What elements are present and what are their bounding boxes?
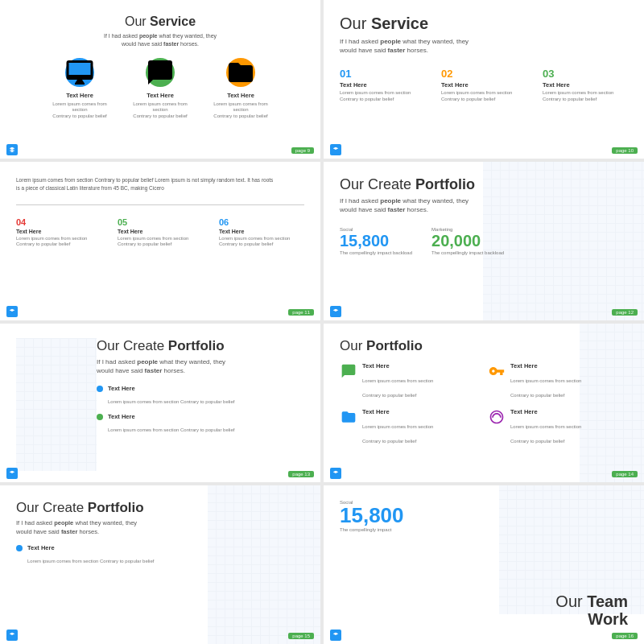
slide-1-icons-row: Text Here Lorem ipsum comes from section… (16, 58, 304, 120)
bullet-dot-green-1 (97, 414, 103, 420)
bullet-text-2: Text Here Lorem ipsum comes from section… (108, 413, 234, 435)
slide-5-bg-grid (16, 338, 97, 471)
stat-social-number: 15,800 (340, 233, 412, 249)
num-02: 02 (441, 68, 526, 80)
chat-icon-green (340, 362, 357, 380)
team-title: Our TeamWork (555, 592, 628, 628)
slide-1-title: Our Service (16, 14, 304, 29)
slide-6-grid: Text Here Lorem ipsum comes from section… (340, 362, 628, 446)
num-desc-03: Lorem ipsum comes from sectionContrary t… (543, 90, 628, 103)
slide-5-title: Our Create Portfolio (97, 338, 304, 354)
bullet-text-1: Text Here Lorem ipsum comes from section… (108, 385, 234, 407)
slide-7-bullets: Text Here Lorem ipsum comes from section… (16, 544, 193, 566)
slide-7-bg-grid (208, 485, 320, 644)
num-01: 01 (340, 68, 425, 80)
portfolio-text-2: Text Here Lorem ipsum comes from section… (510, 362, 581, 400)
icon-label-1: Text Here (66, 92, 93, 99)
portfolio-item-2: Text Here Lorem ipsum comes from section… (488, 362, 628, 400)
bullet-item-1: Text Here Lorem ipsum comes from section… (97, 385, 304, 407)
slide-4-title: Our Create Portfolio (340, 176, 628, 193)
slide-1-icon-2: Text Here Lorem ipsum comes from section… (128, 58, 192, 120)
portfolio-text-3: Text Here Lorem ipsum comes from section… (362, 408, 433, 446)
slide-7-subtitle: If I had asked people what they wanted, … (16, 519, 193, 536)
num-desc-02: Lorem ipsum comes from sectionContrary t… (441, 90, 526, 103)
icon-circle-blue (65, 58, 94, 87)
slide-7-title: Our Create Portfolio (16, 500, 193, 516)
slide-icon-5 (6, 468, 18, 479)
slide-icon-6 (330, 468, 341, 479)
slide-icon-8 (330, 630, 341, 641)
slide-2-title: Our Service (340, 14, 628, 33)
num-03: 03 (543, 68, 628, 80)
stat-s8-desc: The compellingly impact (340, 527, 628, 532)
slide-5-subtitle: If I had asked people what they wanted, … (97, 357, 304, 375)
stat-social: Social 15,800 The compellingly impact ba… (340, 227, 412, 255)
slide-5: Our Create Portfolio If I had asked peop… (0, 324, 320, 482)
num-label-05: Text Here (118, 229, 203, 234)
portfolio-text-4: Text Here Lorem ipsum comes from section… (510, 408, 581, 446)
num-desc-04: Lorem ipsum comes from sectionContrary t… (16, 236, 101, 249)
page-num-2: page 10 (612, 147, 638, 154)
glasses-icon-purple (488, 408, 506, 426)
folder-icon (226, 58, 255, 87)
num-label-01: Text Here (340, 81, 425, 89)
slide-2-num-2: 02 Text Here Lorem ipsum comes from sect… (441, 68, 526, 103)
slide-4-stats-row: Social 15,800 The compellingly impact ba… (340, 227, 628, 255)
page-num-1: page 9 (291, 147, 314, 154)
slide-2-num-1: 01 Text Here Lorem ipsum comes from sect… (340, 68, 425, 103)
folder-icon-blue (340, 408, 357, 426)
slide-1-subtitle: If I had asked people what they wanted, … (16, 32, 304, 48)
slide-1-icon-3: Text Here Lorem ipsum comes from section… (208, 58, 273, 120)
page-num-7: page 15 (288, 633, 314, 639)
num-label-04: Text Here (16, 229, 101, 234)
key-icon-orange (488, 362, 506, 380)
page-num-5: page 13 (288, 471, 314, 477)
slide-icon-7 (6, 630, 18, 641)
num-desc-06: Lorem ipsum comes from sectionContrary t… (219, 236, 304, 249)
bullet-item-s7-1: Text Here Lorem ipsum comes from section… (16, 544, 193, 566)
portfolio-text-1: Text Here Lorem ipsum comes from section… (362, 362, 433, 400)
slide-8: Social 15,800 The compellingly impact Ou… (324, 485, 644, 644)
num-desc-05: Lorem ipsum comes from sectionContrary t… (118, 236, 203, 249)
slide-3-num-row: 04 Text Here Lorem ipsum comes from sect… (16, 217, 304, 249)
icon-circle-orange (226, 58, 255, 87)
stat-marketing: Marketing 20,000 The compellingly impact… (431, 227, 504, 255)
slide-icon-3 (6, 306, 18, 317)
slide-3-num-5: 05 Text Here Lorem ipsum comes from sect… (118, 217, 203, 249)
num-label-06: Text Here (219, 229, 304, 234)
slide-3-num-6: 06 Text Here Lorem ipsum comes from sect… (219, 217, 304, 249)
slide-8-stat-section: Social 15,800 The compellingly impact (340, 500, 628, 532)
page-num-4: page 12 (612, 309, 638, 316)
slide-7: Our Create Portfolio If I had asked peop… (0, 485, 320, 644)
slide-5-bullets: Text Here Lorem ipsum comes from section… (97, 385, 304, 435)
icon-desc-1: Lorem ipsum comes from sectionContrary t… (47, 101, 112, 120)
slide-6-title: Our Portfolio (340, 338, 628, 354)
bullet-dot-blue-1 (97, 386, 103, 392)
num-label-03: Text Here (543, 81, 628, 89)
num-desc-01: Lorem ipsum comes from sectionContrary t… (340, 90, 425, 103)
chat-icon (146, 58, 175, 87)
slide-2-subtitle: If I had asked people what they wanted, … (340, 37, 628, 55)
slide-3-body: Lorem ipsum comes from section Contrary … (16, 176, 274, 192)
slide-icon-1 (6, 144, 18, 155)
slide-icon-2 (330, 144, 341, 155)
slide-2-num-row: 01 Text Here Lorem ipsum comes from sect… (340, 68, 628, 103)
slide-icon-4 (330, 306, 341, 317)
slide-1-icon-1: Text Here Lorem ipsum comes from section… (47, 58, 112, 120)
icon-label-2: Text Here (147, 92, 174, 99)
portfolio-item-4: Text Here Lorem ipsum comes from section… (488, 408, 628, 446)
num-label-02: Text Here (441, 81, 526, 89)
stat-social-desc: The compellingly impact backload (340, 250, 412, 255)
portfolio-item-3: Text Here Lorem ipsum comes from section… (340, 408, 480, 446)
bullet-dot-blue-s7 (16, 545, 23, 551)
icon-label-3: Text Here (227, 92, 254, 99)
slide-3-num-4: 04 Text Here Lorem ipsum comes from sect… (16, 217, 101, 249)
slide-2-num-3: 03 Text Here Lorem ipsum comes from sect… (543, 68, 628, 103)
page-num-3: page 11 (288, 309, 314, 316)
num-06: 06 (219, 217, 304, 227)
page-num-8: page 16 (612, 633, 638, 639)
icon-desc-2: Lorem ipsum comes from sectionContrary t… (128, 101, 192, 120)
bullet-text-s7-1: Text Here Lorem ipsum comes from section… (27, 544, 154, 566)
slide-2: Our Service If I had asked people what t… (324, 0, 644, 159)
slide-3: Lorem ipsum comes from section Contrary … (0, 162, 320, 320)
